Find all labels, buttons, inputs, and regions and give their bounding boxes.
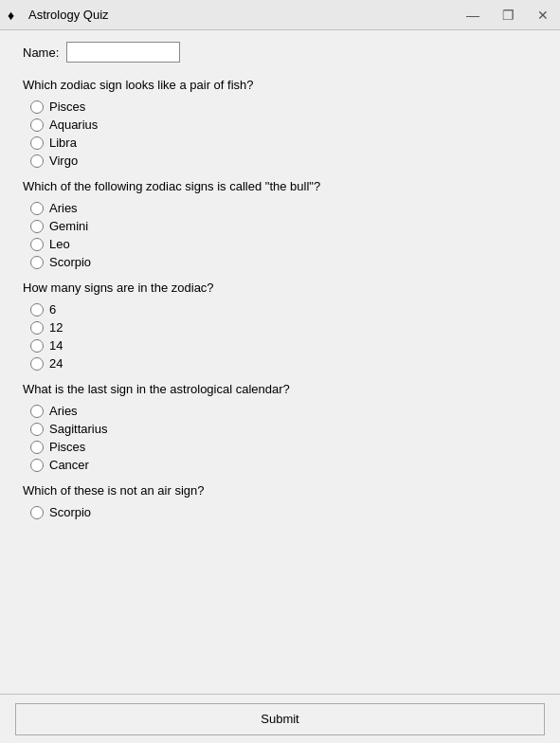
label-q1-1[interactable]: Aquarius	[49, 118, 98, 132]
radio-q2-1[interactable]	[30, 220, 44, 233]
option-q1-3: Virgo	[30, 154, 537, 168]
label-q2-3[interactable]: Scorpio	[49, 255, 91, 269]
label-q4-1[interactable]: Sagittarius	[49, 422, 107, 436]
close-button[interactable]: ✕	[533, 7, 552, 24]
radio-q4-1[interactable]	[30, 423, 44, 436]
option-q4-3: Cancer	[30, 458, 537, 472]
radio-q3-1[interactable]	[30, 321, 44, 335]
radio-q4-3[interactable]	[30, 459, 44, 472]
label-q3-3[interactable]: 24	[49, 356, 63, 371]
radio-q3-2[interactable]	[30, 339, 44, 353]
label-q2-0[interactable]: Aries	[49, 201, 78, 215]
options-3: 6 12 14 24	[23, 302, 537, 371]
title-bar: ♦ Astrology Quiz — ❐ ✕	[0, 0, 560, 30]
name-row: Name:	[23, 42, 537, 63]
label-q1-0[interactable]: Pisces	[49, 100, 85, 114]
question-5: Which of these is not an air sign?	[23, 483, 537, 498]
option-q1-1: Aquarius	[30, 118, 537, 132]
title-bar-left: ♦ Astrology Quiz	[8, 8, 109, 23]
option-q1-2: Libra	[30, 136, 537, 150]
option-q4-0: Aries	[30, 404, 537, 418]
options-2: Aries Gemini Leo Scorpio	[23, 201, 537, 269]
question-2: Which of the following zodiac signs is c…	[23, 179, 537, 193]
radio-q4-0[interactable]	[30, 405, 44, 418]
radio-q1-0[interactable]	[30, 100, 44, 114]
option-q4-1: Sagittarius	[30, 422, 537, 436]
label-q3-1[interactable]: 12	[49, 320, 63, 335]
radio-q1-1[interactable]	[30, 118, 44, 132]
content-area: Name: Which zodiac sign looks like a pai…	[0, 30, 560, 694]
label-q3-0[interactable]: 6	[49, 302, 56, 317]
radio-q3-3[interactable]	[30, 357, 44, 371]
option-q2-0: Aries	[30, 201, 537, 215]
app-icon: ♦	[8, 8, 23, 23]
radio-q4-2[interactable]	[30, 441, 44, 454]
radio-q2-2[interactable]	[30, 238, 44, 251]
option-q3-3: 24	[30, 356, 537, 371]
title-bar-controls: — ❐ ✕	[462, 7, 552, 24]
options-4: Aries Sagittarius Pisces Cancer	[23, 404, 537, 472]
option-q2-2: Leo	[30, 237, 537, 251]
radio-q5-0[interactable]	[30, 506, 44, 519]
question-1: Which zodiac sign looks like a pair of f…	[23, 78, 537, 92]
option-q2-3: Scorpio	[30, 255, 537, 269]
radio-q1-2[interactable]	[30, 136, 44, 150]
radio-q2-0[interactable]	[30, 202, 44, 215]
option-q3-1: 12	[30, 320, 537, 335]
option-q3-2: 14	[30, 338, 537, 353]
label-q4-2[interactable]: Pisces	[49, 440, 85, 454]
submit-button[interactable]: Submit	[15, 703, 545, 735]
label-q2-2[interactable]: Leo	[49, 237, 70, 251]
name-input[interactable]	[66, 42, 180, 63]
radio-q1-3[interactable]	[30, 154, 44, 168]
name-label: Name:	[23, 45, 59, 60]
label-q1-2[interactable]: Libra	[49, 136, 77, 150]
option-q3-0: 6	[30, 302, 537, 317]
footer: Submit	[0, 694, 560, 743]
minimize-button[interactable]: —	[462, 7, 483, 24]
options-1: Pisces Aquarius Libra Virgo	[23, 100, 537, 168]
maximize-button[interactable]: ❐	[498, 7, 518, 24]
label-q3-2[interactable]: 14	[49, 338, 63, 353]
question-3: How many signs are in the zodiac?	[23, 281, 537, 295]
label-q4-0[interactable]: Aries	[49, 404, 78, 418]
question-4: What is the last sign in the astrologica…	[23, 382, 537, 396]
option-q4-2: Pisces	[30, 440, 537, 454]
label-q4-3[interactable]: Cancer	[49, 458, 89, 472]
label-q2-1[interactable]: Gemini	[49, 219, 88, 233]
option-q5-0: Scorpio	[30, 505, 537, 519]
option-q2-1: Gemini	[30, 219, 537, 233]
label-q1-3[interactable]: Virgo	[49, 154, 78, 168]
option-q1-0: Pisces	[30, 100, 537, 114]
label-q5-0[interactable]: Scorpio	[49, 505, 91, 519]
window-title: Astrology Quiz	[28, 8, 109, 22]
options-5: Scorpio	[23, 505, 537, 519]
radio-q3-0[interactable]	[30, 303, 44, 317]
radio-q2-3[interactable]	[30, 256, 44, 269]
